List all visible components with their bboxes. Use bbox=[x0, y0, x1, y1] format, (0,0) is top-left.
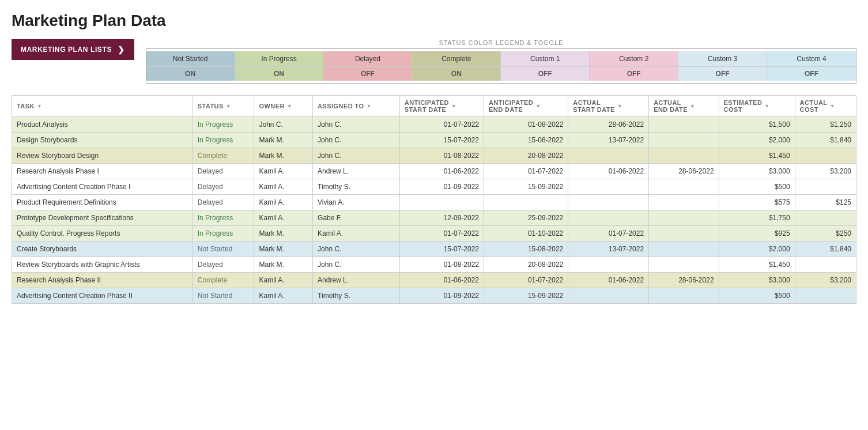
legend-header-1[interactable]: In Progress bbox=[235, 51, 324, 66]
ant-start-cell: 15-07-2022 bbox=[399, 133, 484, 148]
legend-header-2[interactable]: Delayed bbox=[323, 51, 412, 66]
legend-header-6[interactable]: Custom 3 bbox=[678, 51, 767, 66]
act-end-cell bbox=[649, 257, 719, 273]
legend-toggle-1[interactable]: ON bbox=[235, 67, 324, 81]
status-cell: In Progress bbox=[193, 117, 254, 133]
filter-icon-8[interactable]: ▼ bbox=[764, 103, 769, 109]
col-header-0[interactable]: TASK▼ bbox=[12, 96, 193, 117]
owner-cell: Mark M. bbox=[254, 148, 313, 164]
status-cell: Delayed bbox=[193, 195, 254, 210]
est-cost-cell: $3,000 bbox=[719, 164, 795, 179]
task-cell: Create Storyboards bbox=[12, 242, 193, 257]
assigned-cell: Timothy S. bbox=[313, 179, 400, 195]
act-end-cell bbox=[649, 133, 719, 148]
ant-end-cell: 15-09-2022 bbox=[484, 288, 568, 304]
filter-icon-9[interactable]: ▼ bbox=[829, 103, 835, 109]
act-start-cell: 13-07-2022 bbox=[568, 133, 649, 148]
legend-toggle-4[interactable]: OFF bbox=[501, 67, 590, 81]
filter-icon-6[interactable]: ▼ bbox=[617, 103, 622, 109]
owner-cell: Kamil A. bbox=[254, 179, 313, 195]
act-cost-cell: $1,840 bbox=[795, 133, 856, 148]
task-cell: Advertising Content Creation Phase II bbox=[12, 288, 193, 304]
owner-cell: Mark M. bbox=[254, 242, 313, 257]
col-header-7[interactable]: ACTUALEND DATE▼ bbox=[649, 96, 719, 117]
owner-cell: Kamil A. bbox=[254, 288, 313, 304]
task-cell: Product Requirement Definitions bbox=[12, 195, 193, 210]
act-cost-cell bbox=[795, 288, 856, 304]
status-cell: Delayed bbox=[193, 164, 254, 179]
col-header-5[interactable]: ANTICIPATEDEND DATE▼ bbox=[484, 96, 568, 117]
assigned-cell: John C. bbox=[313, 117, 400, 133]
legend-toggle-2[interactable]: OFF bbox=[323, 67, 412, 81]
legend-header-3[interactable]: Complete bbox=[412, 51, 501, 66]
filter-icon-0[interactable]: ▼ bbox=[37, 103, 42, 109]
header-row: TASK▼STATUS▼OWNER▼ASSIGNED TO▼ANTICIPATE… bbox=[12, 96, 856, 117]
owner-cell: Mark M. bbox=[254, 226, 313, 242]
col-header-8[interactable]: ESTIMATEDCOST▼ bbox=[719, 96, 795, 117]
act-end-cell bbox=[649, 148, 719, 164]
table-row: Product AnalysisIn ProgressJohn C.John C… bbox=[12, 117, 856, 133]
col-header-2[interactable]: OWNER▼ bbox=[254, 96, 313, 117]
table-row: Create StoryboardsNot StartedMark M.John… bbox=[12, 242, 856, 257]
act-start-cell bbox=[568, 257, 649, 273]
col-header-3[interactable]: ASSIGNED TO▼ bbox=[313, 96, 400, 117]
col-header-9[interactable]: ACTUALCOST▼ bbox=[795, 96, 856, 117]
legend-toggle-6[interactable]: OFF bbox=[678, 67, 767, 81]
filter-icon-1[interactable]: ▼ bbox=[226, 103, 231, 109]
ant-start-cell: 15-07-2022 bbox=[399, 242, 484, 257]
ant-end-cell: 15-08-2022 bbox=[484, 242, 568, 257]
ant-end-cell: 01-07-2022 bbox=[484, 164, 568, 179]
act-cost-cell: $125 bbox=[795, 195, 856, 210]
owner-cell: Kamil A. bbox=[254, 210, 313, 226]
filter-icon-7[interactable]: ▼ bbox=[690, 103, 695, 109]
ant-end-cell: 01-07-2022 bbox=[484, 273, 568, 288]
ant-start-cell: 01-09-2022 bbox=[399, 179, 484, 195]
legend-header-7[interactable]: Custom 4 bbox=[767, 51, 856, 66]
act-start-cell: 01-06-2022 bbox=[568, 273, 649, 288]
marketing-plan-lists-button[interactable]: MARKETING PLAN LISTS ❯ bbox=[12, 39, 134, 60]
legend-toggle-3[interactable]: ON bbox=[412, 67, 501, 81]
table-row: Product Requirement DefinitionsDelayedKa… bbox=[12, 195, 856, 210]
est-cost-cell: $2,000 bbox=[719, 242, 795, 257]
legend-toggle-0[interactable]: ON bbox=[146, 67, 235, 81]
task-cell: Quality Control, Progress Reports bbox=[12, 226, 193, 242]
col-header-4[interactable]: ANTICIPATEDSTART DATE▼ bbox=[399, 96, 484, 117]
act-start-cell bbox=[568, 179, 649, 195]
assigned-cell: John C. bbox=[313, 242, 400, 257]
legend-header-4[interactable]: Custom 1 bbox=[501, 51, 590, 66]
task-cell: Research Analysis Phase I bbox=[12, 164, 193, 179]
filter-icon-2[interactable]: ▼ bbox=[287, 103, 292, 109]
est-cost-cell: $2,000 bbox=[719, 133, 795, 148]
filter-icon-3[interactable]: ▼ bbox=[367, 103, 372, 109]
est-cost-cell: $1,450 bbox=[719, 257, 795, 273]
table-row: Research Analysis Phase IICompleteKamil … bbox=[12, 273, 856, 288]
ant-start-cell: 01-08-2022 bbox=[399, 257, 484, 273]
col-header-1[interactable]: STATUS▼ bbox=[193, 96, 254, 117]
table-row: Review Storyboards with Graphic ArtistsD… bbox=[12, 257, 856, 273]
assigned-cell: John C. bbox=[313, 148, 400, 164]
status-cell: In Progress bbox=[193, 210, 254, 226]
filter-icon-4[interactable]: ▼ bbox=[451, 103, 456, 109]
legend-border: Not StartedIn ProgressDelayedCompleteCus… bbox=[146, 48, 856, 84]
act-cost-cell: $250 bbox=[795, 226, 856, 242]
assigned-cell: Gabe F. bbox=[313, 210, 400, 226]
legend-header-5[interactable]: Custom 2 bbox=[590, 51, 678, 66]
marketing-btn-label: MARKETING PLAN LISTS bbox=[21, 46, 112, 54]
task-cell: Design Storyboards bbox=[12, 133, 193, 148]
ant-start-cell: 01-07-2022 bbox=[399, 117, 484, 133]
top-section: MARKETING PLAN LISTS ❯ STATUS COLOR LEGE… bbox=[12, 39, 856, 84]
legend-toggle-7[interactable]: OFF bbox=[767, 67, 856, 81]
act-start-cell: 01-07-2022 bbox=[568, 226, 649, 242]
table-row: Advertising Content Creation Phase IINot… bbox=[12, 288, 856, 304]
act-cost-cell bbox=[795, 148, 856, 164]
act-end-cell: 28-06-2022 bbox=[649, 273, 719, 288]
filter-icon-5[interactable]: ▼ bbox=[535, 103, 541, 109]
legend-toggle-5[interactable]: OFF bbox=[590, 67, 678, 81]
status-cell: Not Started bbox=[193, 242, 254, 257]
assigned-cell: Timothy S. bbox=[313, 288, 400, 304]
task-cell: Prototype Development Specifications bbox=[12, 210, 193, 226]
legend-header-0[interactable]: Not Started bbox=[146, 51, 235, 66]
col-header-6[interactable]: ACTUALSTART DATE▼ bbox=[568, 96, 649, 117]
table-row: Quality Control, Progress ReportsIn Prog… bbox=[12, 226, 856, 242]
act-cost-cell: $1,250 bbox=[795, 117, 856, 133]
